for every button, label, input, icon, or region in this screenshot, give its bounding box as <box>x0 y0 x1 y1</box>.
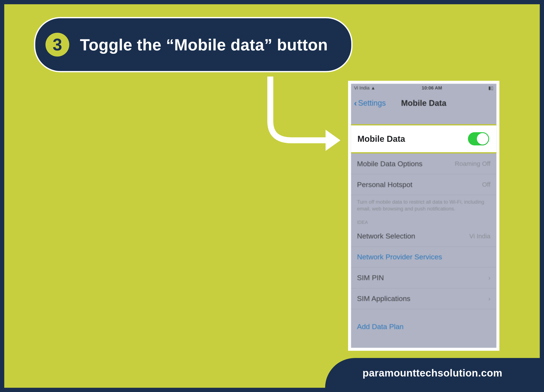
row-network-selection[interactable]: Network Selection Vi India <box>351 226 497 247</box>
cell-label: Mobile Data Options <box>357 160 422 168</box>
mobile-data-label: Mobile Data <box>357 134 405 144</box>
cell-label: SIM PIN <box>357 273 384 282</box>
brand-footer: paramounttechsolution.com <box>325 358 540 388</box>
brand-url: paramounttechsolution.com <box>362 367 502 379</box>
cell-label: Network Selection <box>357 232 415 240</box>
row-sim-applications[interactable]: SIM Applications › <box>351 288 497 309</box>
cell-value: Vi India <box>469 232 491 240</box>
cell-label: Personal Hotspot <box>357 180 413 189</box>
carrier-label: Vi India ▲ <box>354 85 375 91</box>
step-header: 3 Toggle the “Mobile data” button <box>34 17 353 72</box>
nav-bar: ‹ Settings Mobile Data <box>351 93 497 113</box>
battery-icon: ▮▯ <box>488 85 493 91</box>
row-provider-services[interactable]: Network Provider Services <box>351 247 497 268</box>
cell-value: Roaming Off <box>455 160 491 167</box>
cell-label: Network Provider Services <box>357 253 442 261</box>
arrow-icon <box>264 77 345 155</box>
tutorial-slide: 3 Toggle the “Mobile data” button Vi Ind… <box>0 0 544 392</box>
toggle-switch[interactable] <box>468 132 489 145</box>
chevron-right-icon: › <box>488 274 491 281</box>
cell-label: SIM Applications <box>357 294 410 303</box>
clock: 10:06 AM <box>422 85 442 91</box>
row-personal-hotspot[interactable]: Personal Hotspot Off <box>351 174 497 195</box>
nav-title: Mobile Data <box>351 99 497 108</box>
step-title: Toggle the “Mobile data” button <box>80 36 328 54</box>
help-note: Turn off mobile data to restrict all dat… <box>351 195 497 218</box>
step-number-badge: 3 <box>46 33 69 57</box>
phone-screenshot: Vi India ▲ 10:06 AM ▮▯ ‹ Settings Mobile… <box>348 81 499 351</box>
carrier-section-label: IDEA <box>351 218 497 226</box>
row-mobile-data-toggle[interactable]: Mobile Data <box>351 124 497 154</box>
settings-list: Mobile Data Options Roaming Off Personal… <box>351 124 497 348</box>
phone-blurred-bg: Vi India ▲ 10:06 AM ▮▯ ‹ Settings Mobile… <box>351 84 497 348</box>
cell-value: Off <box>482 181 491 188</box>
row-mobile-data-options[interactable]: Mobile Data Options Roaming Off <box>351 154 497 174</box>
chevron-right-icon: › <box>488 295 491 302</box>
status-bar: Vi India ▲ 10:06 AM ▮▯ <box>351 84 497 92</box>
row-sim-pin[interactable]: SIM PIN › <box>351 268 497 288</box>
row-add-data-plan[interactable]: Add Data Plan <box>351 318 497 335</box>
